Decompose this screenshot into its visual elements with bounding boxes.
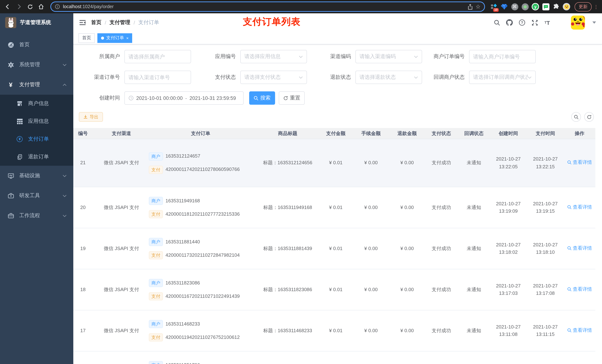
url-text[interactable]: localhost:1024/pay/order [63,4,114,9]
table-header: 编号 支付渠道 支付订单 商品标题 支付金额 手续金额 退款金额 支付状态 回调… [73,128,595,139]
home-button[interactable] [36,2,46,11]
command-extension-icon[interactable]: ⌘ [510,2,519,11]
puzzle-extensions-icon[interactable] [552,2,560,11]
cell-order-numbers: 商户 1635311351796 支付 [145,361,256,364]
channel-code-select[interactable]: 请输入渠道编码 [355,50,422,63]
sidebar-item-infrastructure[interactable]: 基础设施 [0,166,73,186]
export-button[interactable]: 导出 [79,112,103,122]
merchant-tag: 商户 [149,320,163,328]
cell-create-time: 2021-10-2713:22:05 [490,156,527,171]
breadcrumb-home[interactable]: 首页 [91,19,101,26]
pay-status-select[interactable]: 请选择支付状态 [240,71,307,84]
grid-icon [16,118,23,125]
create-time-range-picker[interactable]: 2021-10-01 00:00:00 - 2021-10-31 23:59:5… [124,91,244,105]
user-avatar[interactable] [571,16,585,30]
fullscreen-icon[interactable] [531,19,538,26]
sidebar-item-system[interactable]: 系统管理 [0,55,73,75]
merchant-order-no: 1635311881440 [165,238,200,246]
tag-home[interactable]: 首页 [78,33,95,43]
refresh-button[interactable] [584,112,594,122]
tag-close-icon[interactable]: × [126,36,129,40]
cell-channel: 微信 JSAPI 支付 [98,245,145,252]
cell-notify-status: 未通知 [458,327,490,334]
sidebar-item-merchant-info[interactable]: 商户信息 [0,95,73,113]
cell-title: 标题：1635311468233 [256,327,319,334]
emoji-extension-icon[interactable] [562,2,571,11]
sidebar-item-label: 支付管理 [19,81,40,88]
filter-label: 商户订单编号 [422,53,469,60]
cell-order-numbers: 商户 1635311823086 支付 42000011672021102710… [145,279,256,300]
sidebar-item-pay-order[interactable]: ¥ 支付订单 [0,130,73,148]
channel-order-no-input[interactable] [124,71,191,84]
cell-amount: ¥ 0.01 [319,327,353,334]
cell-channel: 微信 JSAPI 支付 [98,286,145,293]
dashboard-icon [7,42,14,48]
screen: localhost:1024/pay/order ☆ 10 ⌘ y [0,0,602,364]
table-row[interactable]: 21 微信 JSAPI 支付 商户 1635312124657 支付 42000… [73,139,595,187]
share-icon[interactable] [467,4,473,10]
table-row[interactable]: 商户 1635311351796 支付 查看详情 [73,351,595,364]
monitor-chart-icon [7,172,14,179]
search-button[interactable]: 搜索 [249,91,275,105]
cell-fee: ¥ 0.00 [353,159,389,167]
sidebar-item-refund-order[interactable]: 退款订单 [0,148,73,166]
browser-menu-icon[interactable]: ⋮ [593,4,599,10]
view-detail-link[interactable]: 查看详情 [567,203,592,211]
chat-extension-icon[interactable] [541,2,550,11]
table-row[interactable]: 20 微信 JSAPI 支付 商户 1635311949168 支付 42000… [73,187,595,228]
cell-notify-status: 未通知 [458,204,490,211]
view-detail-link[interactable]: 查看详情 [567,245,592,252]
search-icon[interactable] [493,19,501,26]
view-detail-link[interactable]: 查看详情 [567,286,592,293]
back-button[interactable] [3,2,13,11]
site-info-icon[interactable] [55,4,60,9]
user-dropdown-caret-icon[interactable] [592,21,596,24]
merchant-order-no-input[interactable] [469,50,536,63]
briefcase-icon [7,212,14,219]
tag-pay-order[interactable]: 支付订单 × [97,33,132,43]
refund-status-select[interactable]: 请选择退款状态 [355,71,422,84]
cell-amount: ¥ 0.01 [319,245,353,252]
forward-button[interactable] [14,2,24,11]
logo-rabbit-icon [5,17,16,28]
table-row[interactable]: 18 微信 JSAPI 支付 商户 1635311823086 支付 42000… [73,269,595,310]
merchant-select-input[interactable] [124,50,191,63]
bookmark-star-icon[interactable]: ☆ [475,3,481,10]
font-size-icon[interactable]: TT [544,19,551,26]
merchant-tag: 商户 [149,197,163,205]
reset-button[interactable]: 重置 [279,91,305,105]
sidebar-item-home[interactable]: 首页 [0,35,73,55]
sidebar-item-label: 支付订单 [28,136,49,142]
tags-view: 首页 支付订单 × [73,32,602,44]
svg-text:?: ? [521,21,523,25]
table-row[interactable]: 17 微信 JSAPI 支付 商户 1635311468233 支付 42000… [73,310,595,351]
reload-button[interactable] [25,2,35,11]
sketch-extension-icon[interactable] [500,2,509,11]
show-search-button[interactable] [571,112,581,122]
breadcrumb-payment[interactable]: 支付管理 [110,19,130,26]
filter-label: 所属商户 [77,53,124,60]
sidebar-item-payment[interactable]: ¥ 支付管理 [0,75,73,95]
chrome-update-button[interactable]: 更新 [575,2,592,11]
y-extension-icon[interactable]: y [531,2,540,11]
notify-status-select[interactable]: 请选择订单回调商户状态 [469,71,536,84]
sidebar-item-dev-tools[interactable]: 研发工具 [0,186,73,206]
view-detail-link[interactable]: 查看详情 [567,159,592,166]
cell-action: 查看详情 [564,245,595,253]
sidebar-item-label: 应用信息 [28,118,49,125]
hamburger-icon[interactable] [79,19,86,26]
cell-pay-time: 2021-10-2713:11:15 [527,323,564,338]
recorder-extension-icon[interactable] [521,2,529,11]
app-id-select[interactable]: 请选择应用信息 [240,50,307,63]
sidebar-item-app-info[interactable]: 应用信息 [0,113,73,130]
pay-tag: 支付 [149,210,163,218]
view-detail-link[interactable]: 查看详情 [567,327,592,334]
app-logo[interactable]: 芋道管理系统 [0,13,73,32]
table-row[interactable]: 19 微信 JSAPI 支付 商户 1635311881440 支付 42000… [73,228,595,269]
extension-tabs-icon[interactable]: 10 [489,2,498,11]
cell-amount: ¥ 0.01 [319,159,353,167]
github-icon[interactable] [506,19,513,26]
address-bar[interactable]: localhost:1024/pay/order ☆ [50,1,485,12]
sidebar-item-workflow[interactable]: 工作流程 [0,206,73,226]
help-icon[interactable]: ? [518,19,526,26]
